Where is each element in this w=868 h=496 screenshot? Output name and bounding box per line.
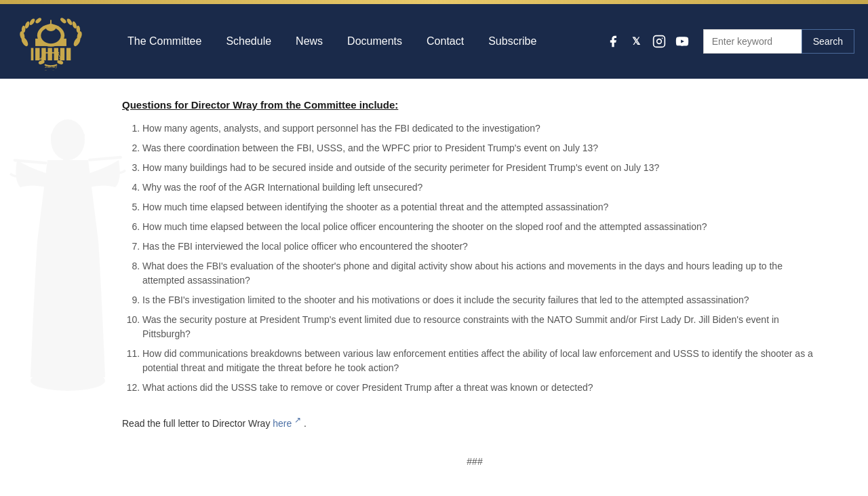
svg-rect-32 [653,36,665,47]
nav-link-news[interactable]: News [283,35,335,47]
nav-link-contact[interactable]: Contact [414,35,476,47]
nav-link-schedule[interactable]: Schedule [214,35,283,47]
nav-link-documents[interactable]: Documents [335,35,414,47]
nav-link-the-committee[interactable]: The Committee [115,35,214,47]
svg-point-33 [656,39,661,44]
search-button[interactable]: Search [802,29,854,54]
svg-text:Judiciary: Judiciary [45,65,58,69]
read-more-text: Read the full letter to Director Wray he… [122,415,827,429]
question-item-6: How much time elapsed between the local … [142,220,827,234]
question-item-9: Is the FBI's investigation limited to th… [142,293,827,307]
questions-heading: Questions for Director Wray from the Com… [122,99,827,111]
read-more-prefix: Read the full letter to Director Wray [122,418,273,429]
question-item-10: Was the security posture at President Tr… [142,313,827,341]
facebook-icon[interactable] [606,34,620,49]
youtube-icon[interactable] [675,34,690,49]
question-item-2: Was there coordination between the FBI, … [142,141,827,155]
question-item-11: How did communications breakdowns betwee… [142,347,827,375]
nav-link-subscribe[interactable]: Subscribe [476,35,549,47]
search-input[interactable] [703,29,802,54]
nav-links: The Committee Schedule News Documents Co… [115,35,592,47]
svg-point-11 [60,16,67,24]
svg-rect-37 [51,133,85,138]
svg-point-34 [661,38,663,39]
svg-point-10 [66,18,73,26]
svg-rect-15 [33,45,35,60]
svg-rect-38 [14,159,47,164]
content-wrapper: Questions for Director Wray from the Com… [0,79,868,496]
question-item-7: Has the FBI interviewed the local police… [142,240,827,254]
social-icons: 𝕏 [606,34,690,49]
svg-point-5 [35,16,42,24]
svg-point-4 [28,18,36,26]
svg-rect-26 [50,50,52,59]
questions-list: How many agents, analysts, and support p… [122,121,827,395]
divider-text: ### [122,456,827,467]
x-twitter-icon[interactable]: 𝕏 [629,34,644,49]
instagram-icon[interactable] [652,34,667,49]
svg-text:Committee: Committee [45,69,57,71]
svg-rect-20 [64,45,66,60]
logo-area[interactable]: Judiciary Committee [14,13,88,71]
svg-point-41 [31,370,105,391]
navigation: Judiciary Committee The Committee Schedu… [0,4,868,79]
read-more-link[interactable]: here ↗ [273,418,301,429]
svg-point-36 [51,119,85,160]
question-item-4: Why was the roof of the AGR Internationa… [142,180,827,195]
svg-rect-27 [43,52,59,53]
question-item-3: How many buildings had to be secured ins… [142,161,827,175]
read-more-suffix: . [301,418,307,429]
question-item-1: How many agents, analysts, and support p… [142,121,827,136]
logo-svg: Judiciary Committee [14,13,88,71]
question-item-5: How much time elapsed between identifyin… [142,200,827,214]
question-item-12: What actions did the USSS take to remove… [142,381,827,395]
search-area: Search [703,29,854,54]
question-item-8: What does the FBI's evaluation of the sh… [142,259,827,288]
svg-rect-40 [64,160,67,242]
svg-rect-25 [50,20,52,28]
main-content: Questions for Director Wray from the Com… [108,79,854,496]
